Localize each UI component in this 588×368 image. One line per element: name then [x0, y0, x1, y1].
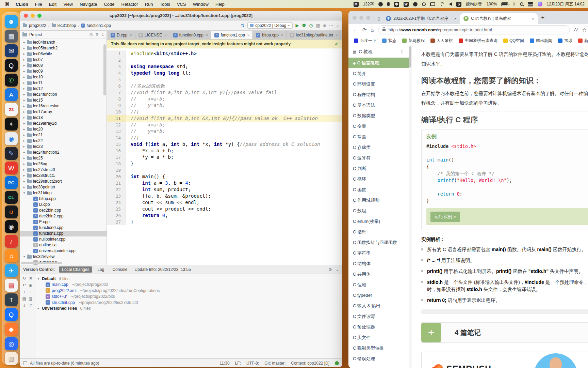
bookmark-item[interactable]: 雪球 — [558, 38, 572, 44]
dock-pc-app-icon[interactable]: PC — [5, 176, 18, 189]
clion-titlebar[interactable]: cpp2022 [~/projects/prog2022] - .../lec3… — [20, 11, 342, 20]
tree-item[interactable]: ▸lec14function — [20, 92, 107, 97]
hide-panel-icon[interactable]: ⌶ — [101, 32, 104, 37]
status-icon[interactable] — [23, 361, 27, 365]
code-editor[interactable]: 1#include<bits/stdc++.h>23using namespac… — [107, 48, 342, 265]
vcs-file-row[interactable]: Cmain.cpp~/projects/prog2022 — [37, 282, 342, 288]
hamburger-icon[interactable]: ≣ — [353, 49, 356, 55]
vcs-action-icon-0[interactable]: ↻ — [21, 276, 28, 281]
dock-qq-music-icon[interactable]: ♫ — [5, 249, 18, 262]
sidebar-item[interactable]: C 存储类 — [348, 142, 409, 153]
vcs-action-icon-2[interactable]: ↶ — [21, 283, 28, 288]
sidebar-item[interactable]: C 错误处理 — [348, 353, 409, 364]
tree-item[interactable]: ▸lec21 — [20, 132, 107, 138]
notes-count[interactable]: 4 篇笔记 — [455, 328, 481, 337]
dock-qq-icon[interactable]: Q — [5, 59, 18, 72]
bookmark-item[interactable]: 腾讯新闻 — [530, 38, 552, 44]
menubar-app-icon[interactable]: M — [354, 2, 359, 7]
tree-item[interactable]: ▸lec10 — [20, 74, 107, 80]
dock-typora-icon[interactable]: T — [5, 293, 18, 306]
sidebar-item[interactable]: C 作用域规则 — [348, 195, 409, 205]
tree-item[interactable]: ▸lec08 — [20, 63, 107, 68]
tree-item[interactable]: ▸lec12 — [20, 86, 107, 92]
w-app-icon[interactable]: W — [404, 2, 409, 7]
menu-item[interactable]: CLion — [12, 2, 32, 7]
vcs-action-icon-1[interactable]: ≡ — [28, 276, 34, 281]
wordcount-status[interactable]: 132字 — [363, 1, 374, 7]
status-widget[interactable]: Git: master: — [264, 361, 285, 366]
expand-arrow[interactable]: ▾ — [37, 277, 40, 280]
input-source-icon[interactable]: 中 — [394, 2, 399, 7]
sidebar-item[interactable]: C 简介 — [348, 68, 409, 79]
vcs-update-info-tab[interactable]: Update Info: 2022/12/23, 13:55 — [134, 267, 191, 272]
sidebar-item[interactable]: C 结构体 — [348, 258, 409, 269]
datetime[interactable]: 12月23日 周五 14:02 — [547, 1, 585, 7]
menu-item[interactable]: Window — [190, 2, 212, 7]
tree-item[interactable]: CD.cpp — [20, 202, 107, 208]
minimize-button[interactable] — [359, 16, 363, 20]
tree-item[interactable]: ≡outline.txt — [20, 242, 107, 248]
gear-icon[interactable]: ⚙ — [96, 32, 99, 37]
browser-tab[interactable]: RC 语言教程 | 菜鸟教程× — [460, 13, 538, 24]
menu-item[interactable]: Refactor — [118, 2, 142, 7]
run-button[interactable]: ▶ — [296, 23, 299, 28]
dock-books-icon[interactable]: ▤ — [5, 279, 18, 292]
tree-item[interactable]: ▸lec28struct1 — [20, 173, 107, 179]
sort-icon[interactable]: ⇅ — [241, 23, 244, 28]
dock-notes-dark-icon[interactable]: ✦ — [5, 118, 18, 131]
bookmark-item[interactable]: 百度一下 — [354, 38, 376, 44]
status-widget[interactable]: 11:30 — [219, 361, 229, 366]
sidebar-item[interactable]: ◆C 语言教程 — [348, 58, 409, 68]
vcs-action-icon-6[interactable]: ▤ — [21, 296, 28, 301]
editor-tab[interactable]: ≡lec31bitop/outline.txt× — [287, 31, 341, 39]
menu-item[interactable]: Help — [212, 2, 228, 7]
scrollbar-thumb[interactable] — [409, 46, 411, 67]
sidebar-item[interactable]: C 函数 — [348, 184, 409, 195]
tree-item[interactable]: Cnullpointer.cpp — [20, 236, 107, 242]
profiler-button[interactable]: ◷ — [309, 23, 313, 28]
dock-tim-icon[interactable]: ✈ — [5, 264, 18, 277]
status-indicator-icon[interactable] — [335, 361, 339, 365]
editor-tab[interactable]: Cbitop.cpp× — [253, 31, 287, 39]
vcs-tab[interactable]: Log — [94, 266, 107, 273]
tree-item[interactable]: ▸lec24function2 — [20, 150, 107, 155]
tree-item[interactable]: ▾lec32review — [20, 254, 107, 260]
close-button[interactable] — [353, 16, 357, 20]
sidebar-item[interactable]: C 环境设置 — [348, 79, 409, 89]
bookmark-item[interactable]: 天天象棋 — [430, 38, 453, 44]
tree-item[interactable]: ▸lec19array2d — [20, 121, 107, 126]
dock-intellij-icon[interactable]: IJ — [5, 205, 18, 218]
dock-music-red-icon[interactable]: ♪ — [5, 235, 18, 248]
dock-wechat-icon[interactable]: ✆ — [5, 74, 18, 87]
dock-trash-icon[interactable]: ▥ — [5, 352, 18, 365]
tree-item[interactable]: Cdec2bin2.cpp — [20, 213, 107, 219]
menu-item[interactable]: Tools — [157, 2, 174, 7]
ring-app-icon[interactable] — [422, 2, 426, 6]
tree-hscrollbar[interactable] — [21, 262, 62, 264]
sidebar-item[interactable]: C 共用体 — [348, 269, 409, 279]
changelist-row[interactable]: ▾ Default 4 files — [37, 276, 342, 282]
sidebar-item[interactable]: C 指针 — [348, 227, 409, 237]
search-everywhere-button[interactable]: ⌕ — [337, 23, 339, 28]
bookmark-item[interactable]: 中国象棋云库查询 — [459, 38, 497, 44]
back-button[interactable]: ← — [353, 27, 358, 33]
tree-item[interactable]: ▸lec11 — [20, 80, 107, 86]
tree-item[interactable]: ▸lec06while — [20, 51, 107, 57]
dock-orange-app-icon[interactable]: ◆ — [5, 323, 18, 336]
tree-item[interactable]: ▸lec25 — [20, 155, 107, 161]
display-icon[interactable] — [430, 2, 435, 6]
tree-item[interactable]: ▸lec18 — [20, 115, 107, 121]
sidebar-item[interactable]: C typedef — [348, 290, 409, 301]
new-tab-button[interactable]: + — [541, 14, 544, 21]
lock-icon[interactable] — [382, 29, 386, 31]
dock-meeting-icon[interactable]: ◎ — [5, 337, 18, 350]
editor-tab[interactable]: CD.cpp× — [108, 31, 135, 39]
breadcrumb-item[interactable]: lec31bitop — [52, 23, 76, 28]
tree-item[interactable]: CE.cpp — [20, 219, 107, 225]
tree-item[interactable]: ▸lec30pointer — [20, 184, 107, 190]
tree-scrollbar[interactable] — [103, 44, 106, 95]
vcs-tab[interactable]: Local Changes — [59, 266, 92, 273]
siri-icon[interactable] — [538, 2, 542, 6]
vcs-action-icon-4[interactable]: + — [21, 290, 28, 294]
tab-close-icon[interactable]: × — [247, 33, 249, 37]
